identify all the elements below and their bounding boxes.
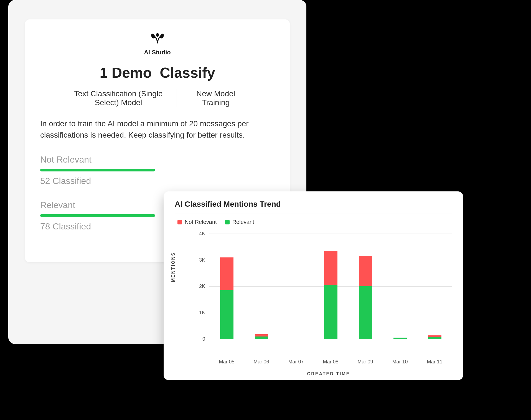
legend-item-not-relevant: Not Relevant xyxy=(177,219,217,225)
bar-segment-not-relevant xyxy=(324,251,337,285)
bar-segment-relevant xyxy=(393,338,407,339)
grid-line xyxy=(209,339,452,339)
bar-segment-relevant xyxy=(255,336,268,339)
bar-slot xyxy=(383,234,417,339)
bar-segment-not-relevant xyxy=(359,256,372,286)
progress-bar xyxy=(40,169,155,171)
y-axis-label: MENTIONS xyxy=(171,252,176,282)
stacked-bar xyxy=(393,234,407,339)
chart-title: AI Classified Mentions Trend xyxy=(175,200,452,214)
bar-slot xyxy=(313,234,348,339)
stacked-bar xyxy=(289,234,303,339)
x-tick: Mar 08 xyxy=(313,356,348,365)
training-instruction-text: In order to train the AI model a minimum… xyxy=(40,118,275,141)
chart-plot-area: MENTIONS 4K 3K 2K 1K 0 xyxy=(175,234,452,356)
bar-segment-relevant xyxy=(359,286,372,339)
bar-segment-not-relevant xyxy=(255,334,268,336)
subtitle-row: Text Classification (Single Select) Mode… xyxy=(40,89,275,107)
x-tick: Mar 05 xyxy=(209,356,244,365)
bars-row xyxy=(209,234,452,339)
x-tick: Mar 11 xyxy=(417,356,452,365)
chart-legend: Not Relevant Relevant xyxy=(175,219,452,225)
legend-item-relevant: Relevant xyxy=(225,219,254,225)
legend-swatch-icon xyxy=(177,220,182,224)
plot-region xyxy=(209,234,452,339)
model-title: 1 Demo_Classify xyxy=(40,64,275,81)
bar-slot xyxy=(348,234,383,339)
sprinklr-logo-icon xyxy=(149,33,166,45)
bar-segment-not-relevant xyxy=(220,257,233,290)
legend-label: Not Relevant xyxy=(185,219,217,225)
stacked-bar xyxy=(324,234,337,339)
stacked-bar xyxy=(255,234,268,339)
bar-slot xyxy=(209,234,244,339)
progress-bar xyxy=(40,214,155,217)
model-type-label: Text Classification (Single Select) Mode… xyxy=(60,89,177,107)
y-axis-ticks: 4K 3K 2K 1K 0 xyxy=(175,234,205,339)
x-tick: Mar 07 xyxy=(279,356,313,365)
x-tick: Mar 06 xyxy=(244,356,279,365)
logo-label: AI Studio xyxy=(40,49,275,56)
svg-point-2 xyxy=(156,33,159,37)
mentions-trend-chart-card: AI Classified Mentions Trend Not Relevan… xyxy=(164,191,463,380)
class-progress-not-relevant: Not Relevant 52 Classified xyxy=(40,155,275,186)
x-tick: Mar 09 xyxy=(348,356,383,365)
model-status-label: New Model Training xyxy=(177,89,255,107)
bar-slot xyxy=(417,234,452,339)
bar-segment-relevant xyxy=(428,337,441,339)
bar-slot xyxy=(279,234,313,339)
legend-label: Relevant xyxy=(232,219,254,225)
bar-segment-relevant xyxy=(220,290,233,339)
bar-segment-relevant xyxy=(324,285,337,339)
stacked-bar xyxy=(428,234,441,339)
x-tick: Mar 10 xyxy=(383,356,417,365)
legend-swatch-icon xyxy=(225,220,230,224)
bar-slot xyxy=(244,234,279,339)
class-count: 52 Classified xyxy=(40,176,275,186)
class-label: Not Relevant xyxy=(40,155,275,165)
logo-block: AI Studio xyxy=(40,33,275,56)
x-axis-ticks: Mar 05Mar 06Mar 07Mar 08Mar 09Mar 10Mar … xyxy=(209,356,452,365)
x-axis-label: CREATED TIME xyxy=(205,371,452,376)
stacked-bar xyxy=(359,234,372,339)
stacked-bar xyxy=(220,234,233,339)
